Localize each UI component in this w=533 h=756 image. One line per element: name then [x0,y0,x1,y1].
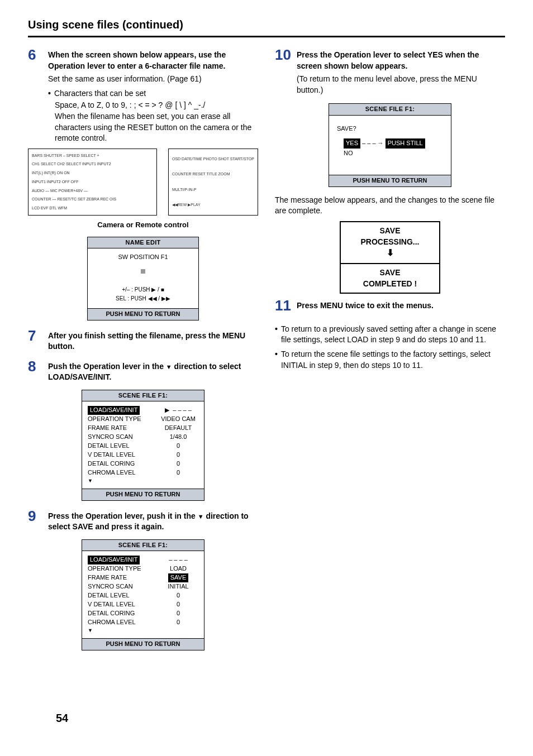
step-7-head: After you finish setting the filename, p… [48,331,258,352]
text: Press the Operation lever, push it in th… [48,511,198,520]
step-number: 7 [28,328,42,343]
menu-value: – – – – [158,556,198,564]
osd-footer: PUSH MENU TO RETURN [329,175,451,186]
step-10: 10 Press the Operation lever to select Y… [275,47,505,99]
menu-item: SYNCRO SCAN [88,582,158,591]
menu-item: CHROMA LEVEL [88,618,158,627]
menu-value: 0 [158,600,198,609]
menu-value: – – – – [173,406,192,413]
scene-file-osd-1: SCENE FILE F1: LOAD/SAVE/INIT▶ – – – – O… [82,390,204,501]
menu-value: 0 [158,609,198,618]
step-10-head: Press the Operation lever to select YES … [297,50,505,71]
diagram-caption: Camera or Remote control [28,220,258,230]
cursor-icon [141,269,145,274]
name-edit-line1: SW POSITION F1 [93,253,193,261]
menu-item: V DETAIL LEVEL [88,451,158,460]
save-state-box: SAVE PROCESSING... ⬇ SAVE COMPLETED ! [340,221,440,294]
step-6-sub: Set the same as user information. (Page … [48,74,258,85]
menu-value: 0 [158,591,198,600]
ctrl-row: COUNTER RESET TITLE ZOOM [172,171,254,177]
menu-item: LOAD/SAVE/INIT [88,406,140,415]
menu-value: SAVE [168,573,189,582]
osd-title: NAME EDIT [88,237,198,248]
save-completed-1: SAVE [341,267,439,279]
menu-value: 0 [158,442,198,451]
remote-side-controls: OSD DATE/TIME PHOTO SHOT START/STOP COUN… [168,149,258,216]
step-9: 9 Press the Operation lever, push it in … [28,509,258,535]
menu-item: DETAIL LEVEL [88,591,158,600]
ctrl-row: INT(L) INT(R) ON ON [32,170,153,176]
scene-file-osd-2: SCENE FILE F1: LOAD/SAVE/INIT– – – – OPE… [82,539,204,650]
ctrl-row: LCD EVF DTL WFM [32,205,153,211]
osd-footer: PUSH MENU TO RETURN [88,308,198,319]
text: YES [346,140,358,146]
pointer-icon: ▶ [165,406,169,413]
menu-item: FRAME RATE [88,573,158,582]
ctrl-row: MULTI/P-IN-P [172,187,254,193]
menu-item: OPERATION TYPE [88,564,158,573]
save-completed-2: COMPLETED ! [341,279,439,290]
ctrl-row: COUNTER — RESET/TC SET ZEBRA REC OIS [32,197,153,202]
step-10-sub: (To return to the menu level above, pres… [297,74,505,95]
ctrl-row: INPUT1 INPUT2 OFF OFF [32,179,153,185]
bullet-icon: • [48,88,51,99]
menu-item: OPERATION TYPE [88,415,158,424]
menu-value: 1/48.0 [158,433,198,442]
bullet-icon: • [275,324,278,346]
down-arrow-icon: ⬇ [341,247,439,260]
osd-footer: PUSH MENU TO RETURN [82,638,204,649]
step-8-head: Push the Operation lever in the ▼ direct… [48,361,258,383]
note-2: To return the scene file settings to the… [281,349,505,371]
menu-item: FRAME RATE [88,424,158,433]
notes: • To return to a previously saved settin… [275,324,505,371]
step-6-bullet: Characters that can be set [54,88,146,99]
step-8: 8 Push the Operation lever in the ▼ dire… [28,359,258,385]
osd-title: SCENE FILE F1: [329,104,451,115]
down-triangle-icon: ▼ [166,363,172,370]
step-number: 6 [28,47,42,62]
save-no: NO [344,149,445,159]
save-confirm-osd: SCENE FILE F1: SAVE? YES – – – → PUSH ST… [329,103,451,186]
osd-title: SCENE FILE F1: [82,540,204,551]
step-6-head: When the screen shown below appears, use… [48,50,258,71]
down-triangle-icon: ▼ [198,513,204,520]
save-processing-2: PROCESSING... [341,237,439,248]
ctrl-row: ◀◀REW ▶PLAY [172,202,254,208]
menu-item: V DETAIL LEVEL [88,600,158,609]
controls-diagram: BARS SHUTTER – SPEED SELECT + CH1 SELECT… [28,149,258,216]
menu-value: LOAD [158,564,198,573]
menu-value: 0 [158,618,198,627]
menu-item: DETAIL LEVEL [88,442,158,451]
page-number: 54 [56,710,68,726]
menu-item: DETAIL CORING [88,460,158,468]
camera-side-controls: BARS SHUTTER – SPEED SELECT + CH1 SELECT… [28,149,157,216]
step-11-head: Press MENU twice to exit the menus. [297,300,505,312]
step-6-erase: When the filename has been set, you can … [55,111,258,144]
message-text: The message below appears, and the chang… [275,195,505,217]
right-column: 10 Press the Operation lever to select Y… [275,47,505,658]
step-number: 10 [275,47,291,62]
menu-value: 0 [158,451,198,460]
save-processing-1: SAVE [341,226,439,237]
note-1: To return to a previously saved setting … [281,324,505,346]
left-column: 6 When the screen shown below appears, u… [28,47,258,658]
save-yes: YES [344,138,360,149]
save-question: SAVE? [337,125,445,133]
arrow-icon: – – – → [362,140,384,146]
page-title: Using scene files (continued) [28,17,505,37]
menu-value: VIDEO CAM [158,415,198,424]
ctrl-row: AUDIO — MIC POWER+48V — [32,188,153,194]
menu-value: INITIAL [158,582,198,591]
osd-footer: PUSH MENU TO RETURN [82,489,204,500]
ctrl-row: CH1 SELECT CH2 SELECT INPUT1 INPUT2 [32,161,153,167]
step-number: 9 [28,509,42,523]
menu-item: SYNCRO SCAN [88,433,158,442]
name-edit-hint1: +/– : PUSH ▶ / ■ [93,286,193,294]
push-still-label: PUSH STILL [386,138,425,149]
step-9-head: Press the Operation lever, push it in th… [48,511,258,533]
name-edit-hint2: SEL : PUSH ◀◀ / ▶▶ [93,295,193,303]
step-6-chars: Space, A to Z, 0 to 9, : ; < = > ? @ [ \… [55,100,258,111]
step-number: 8 [28,359,42,374]
bullet-icon: • [275,349,278,371]
menu-value: DEFAULT [158,424,198,433]
